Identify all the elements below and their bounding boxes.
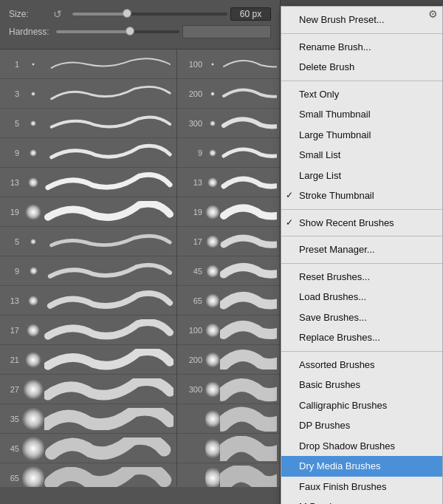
hardness-label: Hardness: bbox=[9, 27, 53, 37]
menu-item-assorted-brushes[interactable]: Assorted Brushes bbox=[281, 355, 442, 375]
brush-row[interactable]: 45 bbox=[177, 256, 280, 286]
brush-panel: Size: ↺ 60 px Hardness: bbox=[0, 0, 281, 504]
brush-dot-container bbox=[22, 63, 44, 66]
brush-dot-container bbox=[22, 435, 44, 462]
brush-dot-container bbox=[205, 465, 220, 488]
brush-row[interactable]: 45 bbox=[0, 434, 176, 463]
brush-row[interactable]: 300 bbox=[177, 109, 280, 138]
brush-stroke-svg bbox=[44, 437, 174, 460]
menu-item-large-thumbnail[interactable]: Large Thumbnail bbox=[281, 125, 442, 146]
menu-item-delete-brush[interactable]: Delete Brush bbox=[281, 57, 442, 78]
brush-size-label: 200 bbox=[180, 89, 202, 98]
menu-item-show-recent-brushes[interactable]: Show Recent Brushes bbox=[281, 213, 442, 234]
brush-row[interactable] bbox=[177, 404, 280, 434]
brush-stroke-preview bbox=[220, 377, 277, 402]
menu-item-small-thumbnail[interactable]: Small Thumbnail bbox=[281, 104, 442, 125]
brush-stroke-svg bbox=[44, 201, 174, 223]
brush-dot-container bbox=[22, 204, 44, 220]
brush-size-label: 19 bbox=[180, 208, 202, 217]
brush-stroke-svg bbox=[44, 231, 174, 253]
brush-row[interactable]: 13 bbox=[0, 286, 176, 316]
brush-row[interactable]: 19 bbox=[177, 197, 280, 227]
menu-item-stroke-thumbnail[interactable]: Stroke Thumbnail bbox=[281, 185, 442, 206]
brush-size-label: 9 bbox=[3, 267, 19, 276]
size-slider-track[interactable] bbox=[72, 13, 227, 16]
brush-size-label: 45 bbox=[3, 444, 19, 453]
brush-row[interactable]: 13 bbox=[177, 168, 280, 197]
brush-size-label: 5 bbox=[3, 237, 19, 246]
brush-size-label: 35 bbox=[3, 415, 19, 423]
brush-row[interactable]: 5 bbox=[0, 109, 176, 138]
brush-dot-container bbox=[205, 120, 220, 126]
menu-divider bbox=[281, 236, 442, 236]
menu-item-replace-brushes[interactable]: Replace Brushes... bbox=[281, 327, 442, 348]
brush-row[interactable]: 17 bbox=[0, 316, 176, 345]
brush-row[interactable]: 3 bbox=[0, 79, 176, 109]
brush-row[interactable]: 19 bbox=[0, 197, 176, 227]
menu-item-small-list[interactable]: Small List bbox=[281, 145, 442, 166]
hardness-slider-thumb[interactable] bbox=[126, 27, 134, 35]
menu-item-rename-brush[interactable]: Rename Brush... bbox=[281, 37, 442, 58]
brush-row[interactable]: 200 bbox=[177, 79, 280, 109]
menu-item-dp-brushes[interactable]: DP Brushes bbox=[281, 415, 442, 436]
menu-item-drop-shadow-brushes[interactable]: Drop Shadow Brushes bbox=[281, 436, 442, 457]
menu-item-dry-media-brushes[interactable]: Dry Media Brushes bbox=[281, 456, 442, 477]
brush-row[interactable]: 5 bbox=[0, 227, 176, 256]
menu-item-preset-manager[interactable]: Preset Manager... bbox=[281, 239, 442, 260]
brush-row[interactable]: 100 bbox=[177, 50, 280, 79]
brush-dot-container bbox=[22, 296, 44, 306]
menu-item-reset-brushes[interactable]: Reset Brushes... bbox=[281, 267, 442, 287]
menu-item-faux-finish-brushes[interactable]: Faux Finish Brushes bbox=[281, 477, 442, 497]
brush-stroke-svg bbox=[44, 83, 174, 105]
brush-stroke-preview bbox=[220, 347, 277, 372]
brush-stroke-svg bbox=[44, 112, 174, 134]
menu-item-basic-brushes[interactable]: Basic Brushes bbox=[281, 375, 442, 395]
menu-item-text-only[interactable]: Text Only bbox=[281, 84, 442, 105]
brush-stroke-preview bbox=[44, 288, 174, 313]
brush-row[interactable]: 27 bbox=[0, 375, 176, 404]
brush-stroke-preview bbox=[44, 111, 174, 136]
size-value-input[interactable]: 60 px bbox=[230, 7, 271, 21]
brush-dot bbox=[22, 435, 44, 462]
brush-stroke-preview bbox=[44, 81, 174, 106]
brush-stroke-preview bbox=[44, 259, 174, 284]
brush-row[interactable]: 200 bbox=[177, 345, 280, 375]
brush-stroke-preview bbox=[44, 140, 174, 166]
brush-grid: 1 3 bbox=[0, 50, 280, 487]
brush-row[interactable]: 9 bbox=[0, 138, 176, 168]
brush-dot bbox=[30, 239, 36, 245]
reset-size-icon[interactable]: ↺ bbox=[53, 8, 65, 20]
menu-item-save-brushes[interactable]: Save Brushes... bbox=[281, 307, 442, 328]
brush-row[interactable]: 17 bbox=[177, 227, 280, 256]
hardness-slider-track[interactable] bbox=[56, 30, 179, 33]
menu-item-m-brushes[interactable]: M Brushes bbox=[281, 497, 442, 504]
brush-size-label: 27 bbox=[3, 385, 19, 394]
size-slider-thumb[interactable] bbox=[123, 9, 131, 18]
brush-row[interactable]: 65 bbox=[177, 286, 280, 316]
brush-stroke-svg bbox=[44, 142, 174, 164]
brush-dot-container bbox=[205, 437, 220, 460]
brush-row[interactable]: 35 bbox=[0, 404, 176, 434]
brush-dot-container bbox=[22, 120, 44, 126]
brush-row[interactable]: 1 bbox=[0, 50, 176, 79]
brush-stroke-svg bbox=[44, 319, 174, 341]
brush-row[interactable]: 300 bbox=[177, 375, 280, 404]
brush-row[interactable]: 21 bbox=[0, 345, 176, 375]
size-slider-fill bbox=[72, 13, 127, 16]
brush-row[interactable] bbox=[177, 434, 280, 463]
brush-row[interactable]: 13 bbox=[0, 168, 176, 197]
menu-item-calligraphic-brushes[interactable]: Calligraphic Brushes bbox=[281, 395, 442, 416]
brush-dot bbox=[23, 379, 44, 400]
brush-row[interactable]: 9 bbox=[177, 138, 280, 168]
brush-row[interactable] bbox=[177, 463, 280, 487]
menu-item-new-brush-preset[interactable]: New Brush Preset... bbox=[281, 10, 442, 30]
brush-dot-container bbox=[205, 352, 220, 368]
brush-row[interactable]: 65 bbox=[0, 463, 176, 487]
brush-dot bbox=[27, 324, 40, 337]
brush-dot bbox=[32, 63, 35, 66]
brush-row[interactable]: 9 bbox=[0, 256, 176, 286]
menu-item-load-brushes[interactable]: Load Brushes... bbox=[281, 287, 442, 307]
menu-item-large-list[interactable]: Large List bbox=[281, 166, 442, 186]
brush-row[interactable]: 100 bbox=[177, 316, 280, 345]
brush-size-label: 9 bbox=[3, 149, 19, 157]
